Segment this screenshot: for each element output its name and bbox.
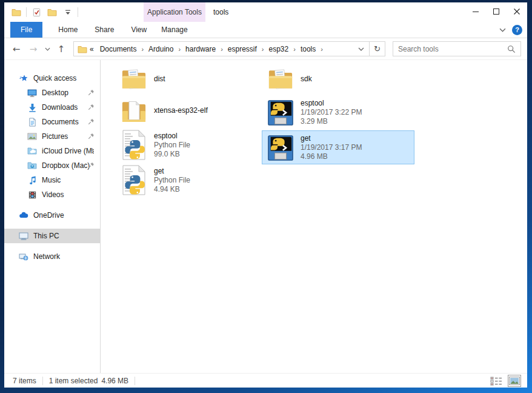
sidebar-item-pictures[interactable]: Pictures: [4, 129, 100, 144]
file-item-get-py[interactable]: get Python File 4.94 KB: [115, 163, 268, 197]
sidebar-item-onedrive[interactable]: OneDrive: [4, 208, 100, 223]
details-view-button[interactable]: [490, 375, 503, 387]
breadcrumb-separator-icon[interactable]: ›: [177, 45, 182, 53]
file-item-xtensa[interactable]: xtensa-esp32-elf: [115, 95, 268, 126]
explorer-app-icon: [10, 6, 22, 18]
item-count: 7 items: [13, 377, 36, 385]
sidebar-item-label: OneDrive: [33, 211, 64, 220]
file-item-get-exe[interactable]: get 1/19/2017 3:17 PM 4.96 MB: [262, 130, 414, 164]
navigation-pane: Quick access Desktop Downloads Documents…: [4, 60, 101, 373]
search-input[interactable]: [398, 45, 507, 53]
pin-icon: [87, 132, 95, 142]
folder-icon: [120, 67, 148, 91]
sidebar-item-music[interactable]: Music: [4, 173, 100, 187]
breadcrumb-item[interactable]: hardware: [183, 45, 218, 53]
minimize-button[interactable]: [465, 2, 486, 21]
python-file-icon: [120, 130, 148, 160]
breadcrumb-item[interactable]: tools: [298, 45, 318, 53]
breadcrumb-item[interactable]: espressif: [225, 45, 259, 53]
status-bar: 7 items 1 item selected 4.96 MB: [4, 373, 527, 388]
sidebar-item-quick-access[interactable]: Quick access: [4, 71, 100, 86]
file-item-esptool-exe[interactable]: esptool 1/19/2017 3:22 PM 3.29 MB: [262, 95, 414, 129]
breadcrumb-separator-icon[interactable]: ›: [261, 45, 265, 53]
collapse-ribbon-icon[interactable]: [499, 25, 506, 34]
explorer-window: Application Tools tools File Home Share …: [4, 2, 527, 388]
breadcrumb: « Documents› Arduino› hardware› espressi…: [87, 45, 353, 53]
icloud-folder-icon: [27, 146, 37, 156]
network-icon: [19, 252, 28, 261]
breadcrumb-separator-icon[interactable]: ›: [140, 45, 145, 53]
sidebar-item-label: This PC: [33, 232, 59, 240]
close-button[interactable]: [507, 2, 527, 21]
sidebar-item-label: Network: [33, 252, 60, 261]
music-icon: [27, 175, 37, 185]
file-item-esptool-py[interactable]: esptool Python File 99.0 KB: [115, 128, 268, 162]
file-list[interactable]: dist xtensa-esp32-elf esptool Python Fil…: [101, 60, 527, 373]
pictures-icon: [27, 132, 37, 141]
window-header: Application Tools tools File Home Share …: [4, 2, 527, 38]
search-icon[interactable]: [507, 45, 516, 53]
tab-home[interactable]: Home: [50, 22, 86, 38]
selection-size: 4.96 MB: [101, 377, 128, 385]
tab-file[interactable]: File: [10, 22, 42, 38]
sidebar-item-dropbox[interactable]: Dropbox (Mac): [4, 158, 100, 173]
sidebar-item-label: Desktop: [42, 89, 68, 97]
file-name: esptool: [154, 132, 190, 141]
file-item-dist[interactable]: dist: [115, 64, 268, 94]
new-folder-button[interactable]: [46, 6, 58, 18]
breadcrumb-item[interactable]: Arduino: [146, 45, 176, 53]
this-pc-icon: [19, 231, 28, 241]
folder-icon: [120, 98, 148, 123]
onedrive-icon: [19, 210, 28, 220]
up-button[interactable]: ↑: [54, 44, 68, 55]
breadcrumb-overflow[interactable]: «: [87, 45, 96, 53]
breadcrumb-separator-icon[interactable]: ›: [292, 45, 297, 53]
file-size: 4.94 KB: [154, 185, 190, 194]
status-divider: [135, 377, 135, 385]
customize-quick-access-button[interactable]: [62, 6, 74, 18]
pin-icon: [87, 161, 95, 171]
help-icon[interactable]: ?: [512, 25, 522, 35]
back-button[interactable]: ←: [9, 44, 24, 55]
sidebar-item-label: iCloud Drive (Ma: [42, 147, 94, 155]
documents-icon: [27, 117, 37, 127]
sidebar-item-this-pc[interactable]: This PC: [4, 229, 100, 243]
application-icon: [267, 133, 294, 162]
sidebar-item-videos[interactable]: Videos: [4, 187, 100, 202]
sidebar-item-downloads[interactable]: Downloads: [4, 100, 100, 115]
tab-manage[interactable]: Manage: [144, 22, 205, 38]
sidebar-item-icloud-drive[interactable]: iCloud Drive (Ma: [4, 144, 100, 158]
sidebar-item-documents[interactable]: Documents: [4, 115, 100, 129]
file-name: esptool: [301, 99, 362, 108]
sidebar-item-label: Downloads: [42, 103, 78, 112]
properties-button[interactable]: [30, 6, 42, 18]
tab-share[interactable]: Share: [86, 22, 122, 38]
breadcrumb-item[interactable]: Documents: [98, 45, 139, 53]
sidebar-item-desktop[interactable]: Desktop: [4, 86, 100, 100]
breadcrumb-separator-icon[interactable]: ›: [219, 45, 224, 53]
selection-count: 1 item selected: [49, 377, 98, 385]
pin-icon: [87, 147, 95, 156]
breadcrumb-item[interactable]: esp32: [267, 45, 291, 53]
recent-locations-icon[interactable]: [43, 46, 52, 52]
pin-icon: [87, 103, 95, 113]
titlebar[interactable]: Application Tools tools: [4, 2, 527, 22]
navigation-bar: ← → ↑ « Documents› Arduino› hardware› es…: [4, 38, 527, 60]
toolbar-divider: [26, 7, 27, 17]
search-box[interactable]: [393, 41, 521, 56]
file-item-sdk[interactable]: sdk: [262, 64, 414, 94]
ribbon-tab-bar: File Home Share View Manage ?: [4, 22, 527, 38]
file-name: xtensa-esp32-elf: [154, 106, 208, 115]
breadcrumb-separator-icon[interactable]: ›: [319, 45, 324, 53]
maximize-button[interactable]: [486, 2, 507, 21]
address-bar[interactable]: « Documents› Arduino› hardware› espressi…: [73, 41, 385, 56]
file-name: dist: [154, 75, 165, 84]
sidebar-item-label: Quick access: [33, 74, 76, 82]
forward-button[interactable]: →: [26, 44, 41, 55]
file-date: 1/19/2017 3:17 PM: [301, 143, 362, 152]
large-icons-view-button[interactable]: [508, 375, 521, 387]
sidebar-item-label: Music: [42, 176, 61, 184]
refresh-button[interactable]: ↻: [369, 42, 385, 56]
address-history-icon[interactable]: [353, 46, 369, 52]
sidebar-item-network[interactable]: Network: [4, 249, 100, 264]
